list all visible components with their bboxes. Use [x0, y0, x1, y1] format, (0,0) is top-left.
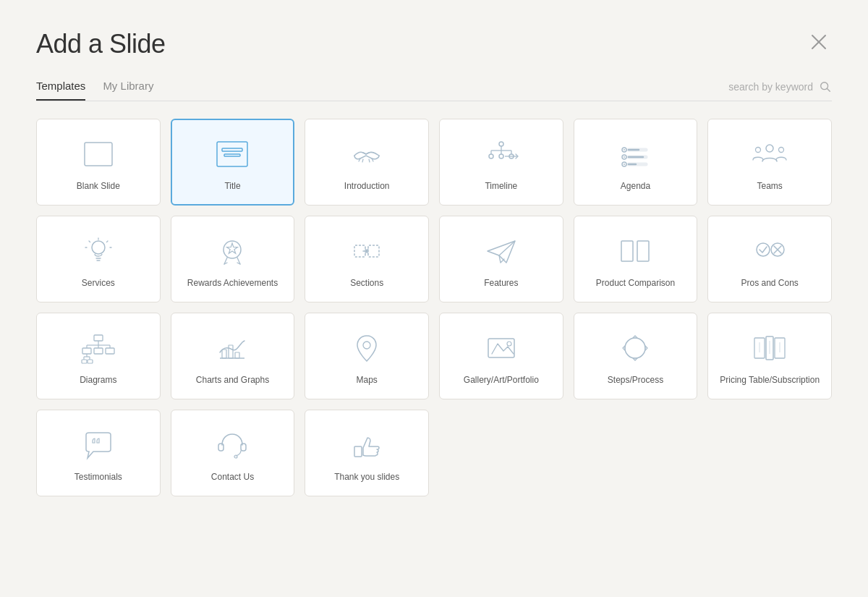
card-maps-label: Maps [356, 375, 377, 386]
svg-point-8 [499, 142, 503, 146]
svg-line-3 [827, 88, 830, 91]
svg-rect-84 [218, 444, 224, 451]
svg-rect-7 [224, 154, 240, 156]
card-blank-slide[interactable]: Blank Slide [36, 119, 161, 206]
svg-rect-87 [354, 446, 362, 457]
card-features-label: Features [484, 278, 518, 289]
card-timeline[interactable]: Timeline [439, 119, 563, 206]
card-gallery-art-portfolio[interactable]: Gallery/Art/Portfolio [439, 313, 563, 399]
card-contact-us-label: Contact Us [211, 472, 254, 483]
card-diagrams-label: Diagrams [80, 375, 116, 386]
agenda-icon [612, 135, 658, 174]
svg-point-27 [624, 164, 625, 165]
card-agenda-label: Agenda [621, 181, 650, 192]
card-product-comparison-label: Product Comparison [596, 278, 675, 289]
card-teams-label: Teams [757, 181, 782, 192]
card-title[interactable]: Title [171, 119, 295, 206]
card-charts-and-graphs[interactable]: Charts and Graphs [171, 313, 295, 399]
close-icon [811, 34, 827, 50]
card-maps[interactable]: Maps [305, 313, 429, 399]
modal-header: Add a Slide [36, 29, 832, 59]
blank-slide-icon [75, 135, 122, 174]
svg-point-14 [489, 154, 493, 158]
contact-us-icon [209, 425, 255, 465]
search-icon [819, 80, 832, 93]
svg-point-75 [363, 342, 370, 349]
svg-point-86 [234, 455, 237, 458]
teams-icon [746, 135, 793, 174]
card-sections[interactable]: Sections [305, 216, 429, 302]
card-introduction[interactable]: Introduction [305, 119, 429, 206]
features-icon [478, 232, 524, 271]
card-agenda[interactable]: Agenda [574, 119, 698, 206]
card-diagrams[interactable]: Diagrams [36, 313, 161, 399]
charts-and-graphs-icon [209, 329, 255, 368]
svg-rect-73 [229, 345, 233, 358]
services-icon [75, 232, 122, 271]
card-pricing-table-subscription-label: Pricing Table/Subscription [720, 375, 820, 386]
svg-line-37 [89, 241, 90, 242]
svg-point-15 [499, 154, 503, 158]
card-sections-label: Sections [350, 278, 383, 289]
svg-line-38 [106, 241, 108, 242]
card-rewards-achievements-label: Rewards Achievements [187, 278, 278, 289]
svg-rect-63 [94, 348, 103, 354]
pricing-table-subscription-icon [746, 329, 793, 368]
card-contact-us[interactable]: Contact Us [171, 410, 295, 496]
svg-point-31 [756, 148, 761, 153]
svg-point-52 [757, 243, 770, 256]
card-product-comparison[interactable]: Product Comparison [574, 216, 698, 302]
card-rewards-achievements[interactable]: Rewards Achievements [171, 216, 295, 302]
svg-point-77 [507, 342, 511, 346]
svg-rect-74 [235, 352, 239, 358]
svg-rect-56 [94, 335, 103, 341]
svg-point-33 [92, 241, 105, 254]
svg-rect-4 [85, 143, 112, 166]
tab-my-library[interactable]: My Library [103, 80, 153, 101]
maps-icon [344, 329, 390, 368]
introduction-icon [344, 135, 390, 174]
svg-point-23 [624, 156, 625, 158]
card-gallery-art-portfolio-label: Gallery/Art/Portfolio [464, 375, 539, 386]
svg-rect-62 [82, 348, 91, 354]
svg-rect-51 [637, 241, 649, 261]
testimonials-icon [75, 425, 122, 465]
close-button[interactable] [806, 29, 832, 55]
svg-rect-64 [106, 348, 114, 354]
add-slide-modal: Add a Slide Templates My Library search … [0, 0, 868, 597]
card-thank-you-slides[interactable]: Thank you slides [305, 410, 429, 496]
card-steps-process-label: Steps/Process [608, 375, 663, 386]
tab-templates[interactable]: Templates [36, 80, 85, 101]
search-placeholder: search by keyword [728, 81, 813, 93]
card-pricing-table-subscription[interactable]: Pricing Table/Subscription [707, 313, 832, 399]
title-icon [209, 135, 255, 174]
card-services[interactable]: Services [36, 216, 161, 302]
card-features[interactable]: Features [439, 216, 563, 302]
timeline-icon [478, 135, 524, 174]
search-area[interactable]: search by keyword [728, 80, 832, 101]
card-services-label: Services [82, 278, 115, 289]
rewards-achievements-icon [209, 232, 255, 271]
svg-rect-85 [241, 444, 246, 451]
svg-point-19 [624, 149, 625, 151]
card-introduction-label: Introduction [344, 181, 390, 192]
card-teams[interactable]: Teams [707, 119, 832, 206]
card-testimonials[interactable]: Testimonials [36, 410, 161, 496]
card-pros-and-cons[interactable]: Pros and Cons [707, 216, 832, 302]
card-title-label: Title [224, 181, 240, 192]
tabs-row: Templates My Library search by keyword [36, 80, 832, 101]
svg-rect-70 [88, 360, 93, 363]
svg-point-30 [766, 145, 773, 152]
card-steps-process[interactable]: Steps/Process [574, 313, 698, 399]
card-timeline-label: Timeline [485, 181, 517, 192]
diagrams-icon [75, 329, 122, 368]
card-blank-slide-label: Blank Slide [77, 181, 120, 192]
slide-template-grid: Blank Slide Title [36, 119, 832, 496]
sections-icon [344, 232, 390, 271]
card-pros-and-cons-label: Pros and Cons [741, 278, 798, 289]
gallery-art-portfolio-icon [478, 329, 524, 368]
product-comparison-icon [612, 232, 658, 271]
svg-rect-72 [222, 350, 226, 358]
tabs: Templates My Library [36, 80, 153, 101]
svg-rect-6 [222, 148, 242, 151]
